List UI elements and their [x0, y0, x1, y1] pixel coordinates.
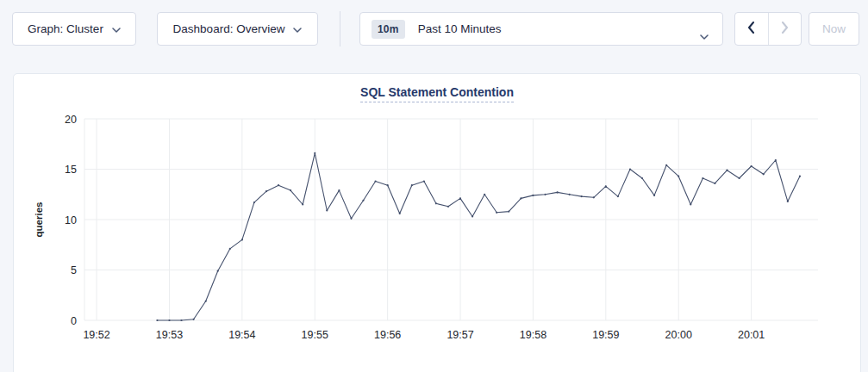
sql-contention-chart-svg: 0510152019:5219:5319:5419:5519:5619:5719…	[14, 104, 862, 363]
x-tick-label: 19:54	[228, 329, 255, 341]
data-point	[326, 209, 328, 211]
data-point	[314, 152, 315, 154]
data-point	[569, 194, 571, 195]
data-point	[496, 212, 497, 214]
chevron-left-icon	[747, 22, 755, 37]
data-point	[799, 176, 801, 177]
next-range-button[interactable]	[768, 13, 802, 45]
data-point	[241, 239, 243, 240]
data-point	[690, 203, 691, 205]
data-point	[265, 190, 267, 192]
data-point	[508, 211, 509, 213]
y-tick-label: 10	[65, 214, 77, 226]
x-tick-label: 19:52	[83, 329, 109, 341]
data-point	[411, 184, 413, 186]
data-point	[653, 195, 655, 196]
data-point	[641, 177, 643, 179]
chevron-down-icon	[112, 28, 121, 33]
dashboard-dropdown[interactable]: Dashboard: Overview	[157, 12, 318, 46]
data-point	[471, 215, 473, 217]
data-point	[484, 194, 485, 195]
data-point	[375, 180, 377, 182]
data-point	[447, 206, 449, 208]
data-point	[229, 248, 231, 250]
data-point	[544, 194, 546, 195]
x-tick-label: 20:01	[738, 329, 765, 341]
data-point	[751, 165, 752, 167]
data-point	[278, 184, 279, 186]
sql-contention-chart[interactable]: 0510152019:5219:5319:5419:5519:5619:5719…	[14, 104, 862, 363]
y-tick-label: 15	[65, 164, 77, 176]
data-point	[593, 196, 595, 198]
time-range-selector[interactable]: 10m Past 10 Minutes	[359, 12, 723, 46]
data-point	[302, 203, 303, 205]
graph-dropdown[interactable]: Graph: Cluster	[12, 12, 136, 46]
data-point	[605, 185, 607, 187]
data-point	[180, 319, 182, 321]
chevron-right-icon	[781, 22, 789, 37]
now-button[interactable]: Now	[809, 12, 859, 46]
data-point	[520, 197, 521, 199]
chart-title[interactable]: SQL Statement Contention	[360, 85, 514, 102]
y-tick-label: 0	[71, 315, 77, 327]
chevron-down-icon	[700, 28, 709, 43]
data-point	[532, 195, 534, 196]
x-tick-label: 20:00	[665, 329, 692, 341]
data-point	[775, 159, 777, 161]
data-point	[557, 191, 559, 193]
time-range-label: Past 10 Minutes	[418, 22, 502, 35]
data-point	[253, 202, 255, 203]
data-point	[678, 176, 679, 177]
data-point	[665, 164, 667, 166]
x-tick-label: 19:53	[156, 329, 183, 341]
x-tick-label: 19:57	[446, 329, 473, 341]
data-point	[338, 189, 340, 191]
data-point	[423, 180, 425, 182]
data-point	[763, 173, 765, 175]
data-point	[290, 189, 291, 191]
data-point	[362, 200, 364, 202]
data-point	[435, 202, 437, 204]
data-point	[168, 319, 170, 321]
data-point	[726, 170, 727, 171]
x-tick-label: 19:56	[374, 329, 401, 341]
y-axis-label: queries	[34, 202, 44, 238]
graph-dropdown-label: Graph: Cluster	[28, 22, 103, 35]
data-point	[702, 177, 703, 179]
y-tick-label: 20	[65, 114, 77, 126]
data-point	[617, 195, 619, 197]
data-point	[459, 197, 461, 199]
time-range-nav	[734, 12, 802, 46]
data-point	[581, 195, 583, 197]
data-point	[787, 201, 789, 202]
data-point	[217, 270, 219, 272]
chevron-down-icon	[293, 28, 302, 33]
prev-range-button[interactable]	[735, 13, 768, 45]
data-point	[399, 213, 401, 214]
toolbar-divider	[340, 11, 340, 46]
data-point	[350, 218, 352, 220]
data-point	[387, 184, 389, 186]
chart-card: SQL Statement Contention 0510152019:5219…	[13, 73, 861, 372]
time-range-badge: 10m	[372, 20, 405, 39]
y-tick-label: 5	[71, 264, 77, 276]
x-tick-label: 19:58	[520, 329, 546, 341]
data-point	[193, 319, 195, 320]
data-point	[156, 319, 158, 321]
x-tick-label: 19:55	[302, 329, 328, 341]
dashboard-dropdown-label: Dashboard: Overview	[173, 22, 285, 35]
data-point	[739, 177, 740, 179]
x-tick-label: 19:59	[592, 329, 619, 341]
data-point	[629, 168, 631, 170]
data-point	[714, 183, 715, 184]
data-point	[205, 301, 207, 302]
